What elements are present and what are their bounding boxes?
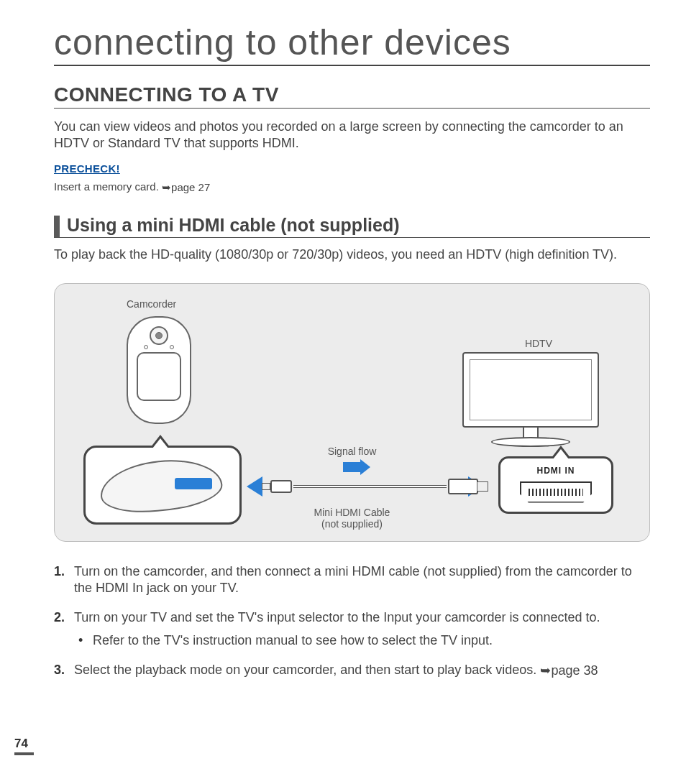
page-title: connecting to other devices: [54, 22, 650, 66]
step-3: Select the playback mode on your camcord…: [54, 662, 650, 678]
precheck-ref: ➥page 27: [162, 181, 210, 194]
camcorder-icon: [127, 316, 191, 424]
camcorder-hdmi-port-icon: [175, 478, 212, 489]
precheck-text: Insert a memory card. ➥page 27: [54, 180, 650, 193]
hdmi-cable-icon: [270, 478, 478, 495]
intro-text: You can view videos and photos you recor…: [54, 119, 650, 151]
page-number: 74: [14, 737, 34, 755]
cable-label-2: (not supplied): [321, 518, 383, 530]
step-3-text: Select the playback mode on your camcord…: [74, 663, 540, 677]
arrow-left-icon: [247, 476, 262, 497]
connection-diagram: Camcorder HDTV Signal flow Mini HDMI Cab…: [54, 283, 650, 542]
heading-bar-icon: [54, 216, 60, 237]
step-3-ref: ➥page 38: [540, 663, 598, 679]
signal-arrow-icon: [343, 462, 362, 472]
step-2-bullet-1: Refer to the TV's instruction manual to …: [74, 632, 650, 649]
step-1-text: Turn on the camcorder, and then connect …: [74, 564, 632, 595]
subsection-heading-row: Using a mini HDMI cable (not supplied): [54, 215, 650, 238]
camcorder-port-callout: [83, 446, 242, 525]
precheck-body: Insert a memory card.: [54, 180, 162, 193]
camcorder-label: Camcorder: [127, 298, 176, 310]
step-2-bullets: Refer to the TV's instruction manual to …: [74, 632, 650, 649]
hdtv-icon: [462, 352, 599, 453]
hdmi-port-icon: [520, 481, 592, 503]
subsection-text: To play back the HD-quality (1080/30p or…: [54, 246, 650, 263]
steps-list: Turn on the camcorder, and then connect …: [54, 563, 650, 679]
section-title: CONNECTING TO A TV: [54, 83, 650, 109]
step-2-text: Turn on your TV and set the TV's input s…: [74, 610, 600, 624]
precheck-label: PRECHECK!: [54, 162, 650, 175]
subsection-heading: Using a mini HDMI cable (not supplied): [67, 215, 400, 237]
hdmi-in-callout: HDMI IN: [498, 456, 613, 514]
hdmi-in-label: HDMI IN: [500, 466, 611, 476]
step-2: Turn on your TV and set the TV's input s…: [54, 609, 650, 649]
step-1: Turn on the camcorder, and then connect …: [54, 563, 650, 597]
hdtv-label: HDTV: [525, 338, 552, 349]
cable-label-1: Mini HDMI Cable: [314, 507, 390, 518]
